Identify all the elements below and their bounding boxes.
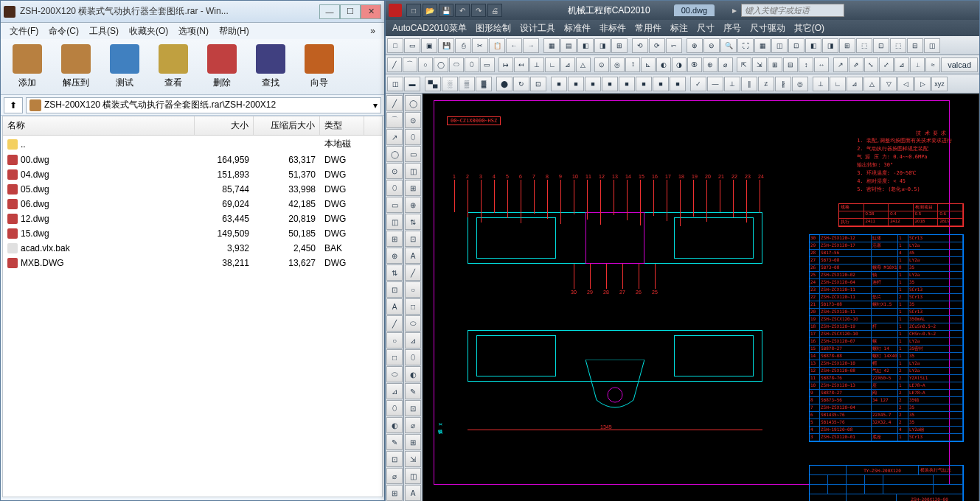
- side-tool[interactable]: ◐: [386, 417, 403, 433]
- tool-button[interactable]: □: [387, 38, 403, 53]
- tool-button[interactable]: ◫: [924, 38, 940, 53]
- col-packed[interactable]: 压缩后大小: [254, 116, 320, 135]
- tool-button[interactable]: ⟟: [625, 57, 640, 72]
- qat-open-icon[interactable]: 📂: [423, 4, 437, 17]
- side-tool[interactable]: ◐: [405, 366, 421, 382]
- cad-menu-item[interactable]: AutoCAD2010菜单: [389, 21, 470, 36]
- side-tool[interactable]: ⌀: [386, 468, 403, 484]
- col-type[interactable]: 类型: [320, 116, 364, 135]
- side-tool[interactable]: ╱: [405, 264, 421, 281]
- tool-button[interactable]: ⊙: [594, 57, 609, 72]
- tool-button[interactable]: ■: [585, 77, 601, 91]
- list-row[interactable]: acad.vlx.bak3,9322,450BAK: [3, 241, 382, 256]
- tool-button[interactable]: ▦: [754, 38, 771, 53]
- valcad-button[interactable]: valcad: [941, 57, 978, 72]
- tool-button[interactable]: ↗: [833, 57, 848, 72]
- side-tool[interactable]: ⌒: [386, 112, 403, 128]
- side-tool[interactable]: ⊡: [386, 281, 403, 298]
- tool-button[interactable]: ○: [418, 57, 433, 72]
- tool-button[interactable]: ▷: [914, 77, 931, 91]
- tool-button[interactable]: ⛶: [737, 38, 754, 53]
- tool-button[interactable]: ▓: [476, 77, 492, 91]
- tool-button[interactable]: ⇲: [752, 57, 767, 72]
- side-tool[interactable]: ⊞: [386, 231, 403, 247]
- tool-button[interactable]: ⬭: [449, 57, 464, 72]
- tool-button[interactable]: ■: [551, 77, 567, 91]
- side-tool[interactable]: ⬯: [405, 349, 421, 365]
- side-tool[interactable]: ○: [386, 332, 403, 348]
- toolbar-解压到[interactable]: 解压到: [54, 42, 98, 92]
- side-tool[interactable]: ↗: [386, 129, 403, 145]
- cad-menu-item[interactable]: 尺寸: [693, 21, 718, 36]
- tool-button[interactable]: 💾: [438, 38, 454, 53]
- tool-button[interactable]: ■: [602, 77, 618, 91]
- side-tool[interactable]: ⊿: [405, 332, 421, 348]
- tool-button[interactable]: ■: [670, 77, 686, 91]
- tool-button[interactable]: ↻: [513, 77, 529, 91]
- tool-button[interactable]: △: [863, 77, 880, 91]
- tool-button[interactable]: ⊿: [894, 57, 909, 72]
- cad-menu-item[interactable]: 常用件: [631, 21, 665, 36]
- tool-button[interactable]: ⊞: [768, 57, 782, 72]
- tool-button[interactable]: ◎: [610, 57, 625, 72]
- side-tool[interactable]: ⇅: [405, 214, 421, 230]
- list-row[interactable]: 00.dwg164,95963,317DWG: [3, 153, 382, 167]
- tool-button[interactable]: ◎: [792, 77, 808, 91]
- tool-button[interactable]: ↕: [799, 57, 813, 72]
- side-tool[interactable]: A: [386, 298, 403, 315]
- toolbar-删除[interactable]: 删除: [200, 42, 244, 92]
- tool-button[interactable]: ⊕: [687, 38, 703, 53]
- tool-button[interactable]: ⊡: [788, 38, 804, 53]
- side-tool[interactable]: ✎: [405, 383, 421, 399]
- tool-button[interactable]: ∟: [830, 77, 846, 91]
- cad-menu-item[interactable]: 图形绘制: [472, 21, 515, 36]
- side-tool[interactable]: ⊙: [386, 163, 403, 179]
- tool-button[interactable]: ◁: [897, 77, 914, 91]
- tool-button[interactable]: ▣: [421, 38, 437, 53]
- path-field[interactable]: ZSH-200X120 横装式气动执行器全套图纸.rar\ZSH-200X12 …: [26, 97, 381, 113]
- side-tool[interactable]: ◫: [405, 468, 421, 484]
- side-tool[interactable]: ⊙: [405, 112, 421, 128]
- side-tool[interactable]: ⊞: [386, 485, 403, 501]
- toolbar-向导[interactable]: 向导: [297, 42, 341, 92]
- toolbar-添加[interactable]: 添加: [5, 42, 49, 92]
- tool-button[interactable]: ≠: [758, 77, 774, 91]
- tool-button[interactable]: xyz: [931, 77, 948, 91]
- tool-button[interactable]: ⇱: [737, 57, 751, 72]
- col-size[interactable]: 大小: [195, 116, 254, 135]
- qat-redo-icon[interactable]: ↷: [471, 4, 486, 17]
- side-tool[interactable]: ⬯: [405, 129, 421, 145]
- tool-button[interactable]: ↔: [814, 57, 829, 72]
- tool-button[interactable]: →: [523, 38, 539, 53]
- tool-button[interactable]: ∟: [545, 57, 560, 72]
- menu-item[interactable]: 命令(C): [44, 24, 83, 39]
- qat-print-icon[interactable]: 🖨: [487, 4, 502, 17]
- list-header[interactable]: 名称 大小 压缩后大小 类型: [3, 116, 382, 136]
- qat-undo-icon[interactable]: ↶: [455, 4, 470, 17]
- tool-button[interactable]: ⟂: [910, 57, 925, 72]
- tool-button[interactable]: ✂: [472, 38, 488, 53]
- qat-save-icon[interactable]: 💾: [439, 4, 453, 17]
- cad-menu-item[interactable]: 非标件: [596, 21, 630, 36]
- tool-button[interactable]: ⟳: [649, 38, 665, 53]
- tool-button[interactable]: ▤: [560, 38, 577, 53]
- tool-button[interactable]: 🔍: [720, 38, 737, 53]
- tool-button[interactable]: ◧: [805, 38, 821, 53]
- list-row[interactable]: 15.dwg149,50950,185DWG: [3, 226, 382, 241]
- tool-button[interactable]: ▭: [404, 38, 420, 53]
- tool-button[interactable]: ◨: [594, 38, 611, 53]
- tool-button[interactable]: ◧: [577, 38, 594, 53]
- side-tool[interactable]: A: [405, 485, 421, 501]
- tool-button[interactable]: ◫: [387, 77, 403, 91]
- document-tab[interactable]: 00.dwg: [674, 4, 715, 16]
- tool-button[interactable]: ◨: [822, 38, 838, 53]
- tool-button[interactable]: ⊥: [813, 77, 829, 91]
- menu-item[interactable]: 工具(S): [85, 24, 123, 39]
- tool-button[interactable]: ∥: [741, 77, 757, 91]
- tool-button[interactable]: ⊿: [560, 57, 575, 72]
- side-tool[interactable]: ⬯: [386, 400, 403, 416]
- side-tool[interactable]: ⊿: [386, 383, 403, 399]
- list-row[interactable]: MXB.DWG38,21113,627DWG: [3, 256, 382, 270]
- tool-button[interactable]: ▦: [543, 38, 560, 53]
- tool-button[interactable]: ■: [636, 77, 652, 91]
